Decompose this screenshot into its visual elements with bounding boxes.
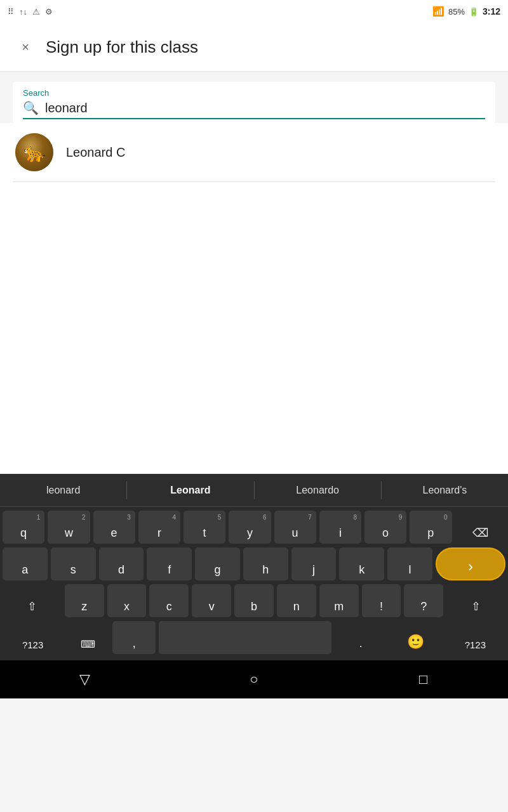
key-y[interactable]: 6y [229,511,271,544]
sync-icon: ↑↓ [19,7,27,16]
dialog-header: × Sign up for this class [0,23,508,72]
key-exclaim[interactable]: ! [362,584,401,617]
key-a[interactable]: a [3,547,48,580]
sym-key-left[interactable]: ?123 [3,621,63,654]
empty-content [0,182,508,474]
key-p[interactable]: 0p [410,511,451,544]
key-v[interactable]: v [192,584,231,617]
key-j[interactable]: j [291,547,337,580]
key-i[interactable]: 8i [319,511,361,544]
key-x[interactable]: x [107,584,147,617]
search-box: Search 🔍 [13,82,495,123]
keyboard-row-4: ?123 ⌨ , . 🙂 ?123 [3,621,505,654]
keyboard-layout-key[interactable]: ⌨ [66,621,109,654]
key-o[interactable]: 9o [364,511,406,544]
key-z[interactable]: z [65,584,104,617]
key-l[interactable]: l [387,547,432,580]
suggest-Leonardo[interactable]: Leonardo [255,474,381,506]
key-r[interactable]: 4r [138,511,180,544]
nav-recent-button[interactable]: □ [404,660,443,698]
results-area: 🐆 Leonard C [0,123,508,182]
warning-icon: ⚠ [32,7,40,16]
avatar: 🐆 [15,133,53,171]
sym-key-right[interactable]: ?123 [445,621,505,654]
nav-back-button[interactable]: ▽ [65,660,104,698]
key-b[interactable]: b [234,584,274,617]
status-bar-left-icons: ⠿ ↑↓ ⚠ ⚙ [8,7,53,16]
key-g[interactable]: g [195,547,240,580]
search-input-row: 🔍 [23,100,485,115]
key-u[interactable]: 7u [274,511,316,544]
key-e[interactable]: 3e [93,511,135,544]
nav-home-button[interactable]: ○ [235,660,273,698]
search-area: Search 🔍 [0,72,508,123]
keyboard: 1q 2w 3e 4r 5t 6y 7u 8i 9o 0p ⌫ a s d f … [0,507,508,660]
key-w[interactable]: 2w [48,511,90,544]
keyboard-row-3: ⇧ z x c v b n m ! ? ⇧ [3,584,505,617]
avatar-image: 🐆 [15,133,53,171]
battery-icon: 🔋 [469,7,479,16]
settings-icon: ⚙ [45,7,53,16]
shift-key-left[interactable]: ⇧ [3,584,62,617]
search-label: Search [23,88,485,98]
suggest-leonard[interactable]: leonard [0,474,126,506]
keyboard-row-2: a s d f g h j k l › [3,547,505,580]
suggest-Leonard[interactable]: Leonard [127,474,253,506]
shift-key-right[interactable]: ⇧ [446,584,505,617]
key-c[interactable]: c [149,584,189,617]
nav-bar: ▽ ○ □ [0,660,508,698]
key-m[interactable]: m [319,584,359,617]
status-time: 3:12 [483,6,500,16]
keyboard-suggestions: leonard Leonard Leonardo Leonard's [0,474,508,507]
key-k[interactable]: k [339,547,384,580]
drag-icon: ⠿ [8,7,14,16]
suggest-Leonards[interactable]: Leonard's [382,474,508,506]
key-h[interactable]: h [243,547,288,580]
result-name: Leonard C [66,145,125,160]
key-t[interactable]: 5t [184,511,225,544]
enter-key[interactable]: › [436,547,505,580]
key-comma[interactable]: , [112,621,156,654]
keyboard-row-1: 1q 2w 3e 4r 5t 6y 7u 8i 9o 0p ⌫ [3,511,505,544]
space-key[interactable] [159,621,331,654]
wifi-icon: 📶 [432,6,444,17]
backspace-key[interactable]: ⌫ [455,511,506,544]
key-d[interactable]: d [99,547,144,580]
search-input[interactable] [45,101,485,115]
search-underline [23,118,485,119]
key-n[interactable]: n [277,584,316,617]
key-s[interactable]: s [51,547,96,580]
search-icon: 🔍 [23,100,39,115]
result-item[interactable]: 🐆 Leonard C [13,123,495,182]
battery-text: 85% [448,7,465,16]
signup-dialog: × Sign up for this class Search 🔍 🐆 Leon… [0,23,508,474]
key-f[interactable]: f [147,547,192,580]
close-button[interactable]: × [15,37,36,57]
key-question[interactable]: ? [404,584,443,617]
status-bar-right: 📶 85% 🔋 3:12 [432,6,500,17]
dialog-title: Sign up for this class [46,37,198,57]
key-period[interactable]: . [335,621,387,654]
key-q[interactable]: 1q [3,511,44,544]
status-bar: ⠿ ↑↓ ⚠ ⚙ 📶 85% 🔋 3:12 [0,0,508,23]
emoji-key[interactable]: 🙂 [390,621,442,654]
